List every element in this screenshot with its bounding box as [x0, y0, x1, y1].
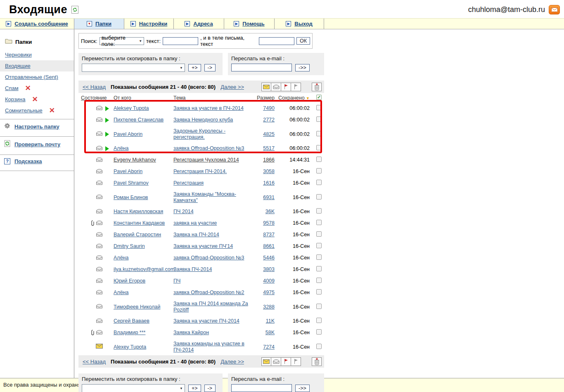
size-link[interactable]: 8737 [263, 232, 275, 238]
sidebar-folder-item[interactable]: Отправленные (Sent) [0, 71, 74, 83]
size-link[interactable]: 5446 [263, 255, 275, 261]
tab-help[interactable]: ▶ Помощь [224, 19, 275, 29]
size-link[interactable]: 8661 [263, 243, 275, 249]
mark-unread-icon[interactable] [271, 83, 281, 91]
size-link[interactable]: 3803 [263, 266, 275, 272]
row-checkbox[interactable] [316, 266, 322, 271]
sidebar-item-configure-folder[interactable]: Настроить папку [0, 119, 74, 133]
sender-link[interactable]: Алёна [114, 255, 128, 261]
copy-to-folder-button[interactable]: +> [188, 64, 201, 71]
folder-link[interactable]: Спам [5, 85, 19, 91]
sender-link[interactable]: Константин Кардаков [114, 220, 165, 226]
hint-link[interactable]: Подсказка [14, 158, 42, 164]
back-link[interactable]: << Назад [83, 84, 106, 90]
row-checkbox[interactable] [316, 116, 322, 122]
sender-link[interactable]: Алёна [114, 145, 128, 151]
size-link[interactable]: 3058 [263, 169, 275, 174]
forward-email-input[interactable] [231, 384, 292, 392]
subject-link[interactable]: заявка Offroad-Opposition №2 [173, 290, 244, 295]
subject-link[interactable]: Заявка на участие ПЧ-2014 [173, 318, 239, 324]
delete-icon[interactable] [312, 357, 322, 366]
subject-link[interactable]: ПЧ 2014 [173, 209, 194, 214]
delete-icon[interactable] [312, 83, 322, 91]
back-link[interactable]: << Назад [83, 359, 106, 365]
size-link[interactable]: 1616 [263, 180, 275, 186]
row-checkbox[interactable] [316, 254, 322, 260]
forward-email-input[interactable] [231, 64, 292, 71]
tab-folders-label[interactable]: Папки [95, 21, 111, 27]
header-state[interactable]: Состояние [81, 95, 107, 101]
folder-link[interactable]: Корзина [5, 96, 26, 102]
refresh-icon[interactable] [71, 6, 78, 14]
sidebar-folder-item[interactable]: Черновики [0, 49, 74, 60]
subject-link[interactable]: Регистрация Чухлома 2014 [173, 157, 239, 163]
tab-settings-label[interactable]: Настройки [139, 21, 168, 27]
header-saved[interactable]: Сохранено [278, 95, 305, 101]
sender-link[interactable]: Валерий Старостин [114, 232, 161, 238]
move-to-folder-button[interactable]: -> [204, 64, 216, 71]
row-checkbox[interactable] [316, 243, 322, 248]
configure-folder-link[interactable]: Настроить папку [14, 124, 59, 130]
size-link[interactable]: 58K [265, 330, 275, 335]
delete-folder-icon[interactable]: ✕ [49, 108, 55, 113]
mark-unread-icon[interactable] [271, 357, 281, 366]
size-link[interactable]: 9578 [263, 220, 275, 226]
size-link[interactable]: 3288 [263, 304, 275, 310]
sender-link[interactable]: Pavel Aborin [114, 131, 142, 137]
sidebar-folder-item[interactable]: Входящие [0, 60, 74, 71]
folder-select[interactable]: ▼ [82, 64, 185, 72]
sender-link[interactable]: Pavel Aborin [114, 169, 142, 174]
size-link[interactable]: 1866 [263, 157, 275, 163]
row-checkbox[interactable] [316, 105, 322, 110]
copy-to-folder-button[interactable]: +> [188, 385, 201, 392]
flag-gray-icon[interactable] [291, 357, 301, 366]
header-subject[interactable]: Тема [173, 95, 185, 101]
select-all-checkbox[interactable] [316, 95, 322, 100]
search-body-input[interactable] [259, 37, 294, 45]
sender-link[interactable]: Alexey Tupota [114, 344, 146, 350]
subject-link[interactable]: Заявка на участие ПЧ'14 [173, 243, 233, 249]
folder-select[interactable]: ▼ [82, 384, 185, 392]
row-checkbox[interactable] [316, 157, 322, 162]
sender-link[interactable]: Evgeny Mukhanov [114, 157, 156, 163]
sidebar-item-check-mail[interactable]: Проверить почту [0, 137, 74, 152]
size-link[interactable]: 2772 [263, 117, 275, 123]
subject-link[interactable]: ПЧ [173, 278, 180, 284]
size-link[interactable]: 7274 [263, 344, 275, 350]
subject-link[interactable]: Заявка на участие в ПЧ-2014 [173, 105, 244, 111]
folder-link[interactable]: Отправленные (Sent) [5, 74, 58, 80]
subject-link[interactable]: заявка на участие [173, 220, 217, 226]
row-checkbox[interactable] [316, 208, 322, 214]
tab-folders[interactable]: ▼ Папки [74, 19, 124, 29]
tab-compose-label[interactable]: Создать сообщение [14, 21, 68, 27]
move-to-folder-button[interactable]: -> [204, 385, 216, 392]
tab-help-label[interactable]: Помощь [242, 21, 264, 27]
sender-link[interactable]: Настя Кирилловская [114, 209, 163, 214]
sidebar-folder-item[interactable]: Корзина ✕ [0, 94, 74, 105]
subject-link[interactable]: заявка Offroad-Opposition №3 [173, 255, 244, 261]
sender-link[interactable]: Роман Блинов [114, 195, 148, 200]
subject-link[interactable]: Заявка на ПЧ 2014 команда Za Pozitiff [173, 301, 248, 313]
mailbox-icon[interactable] [549, 5, 560, 14]
subject-link[interactable]: Регистрация ПЧ-2014. [173, 169, 227, 174]
size-link[interactable]: 5517 [263, 145, 275, 151]
subject-link[interactable]: Заявка ПЧ-2014 [173, 266, 212, 272]
delete-folder-icon[interactable]: ✕ [25, 86, 31, 90]
row-checkbox[interactable] [316, 278, 322, 283]
size-link[interactable]: 36K [265, 209, 275, 214]
forward-button[interactable]: ->> [295, 385, 310, 392]
size-link[interactable]: 4009 [263, 278, 275, 284]
tab-addresses[interactable]: ▶ Адреса [174, 19, 224, 29]
subject-link[interactable]: Заявка команды на участие в ПЧ-2014 [173, 341, 244, 353]
sender-link[interactable]: ilya.kuznetsov@gmail.com [114, 266, 175, 272]
row-checkbox[interactable] [316, 145, 322, 150]
sender-link[interactable]: Тимофеев Николай [114, 304, 160, 310]
forward-button[interactable]: ->> [295, 64, 310, 71]
row-checkbox[interactable] [316, 131, 322, 136]
subject-link[interactable]: Заявка на ПЧ-2014 [173, 232, 219, 238]
tab-compose[interactable]: ▶ Создать сообщение [0, 19, 74, 29]
subject-link[interactable]: Задорные Куролесы - регистрация. [173, 128, 225, 140]
sender-link[interactable]: Pavel Shramov [114, 180, 149, 186]
size-link[interactable]: 11K [266, 318, 275, 324]
folder-link[interactable]: Сомнительные [5, 107, 43, 114]
